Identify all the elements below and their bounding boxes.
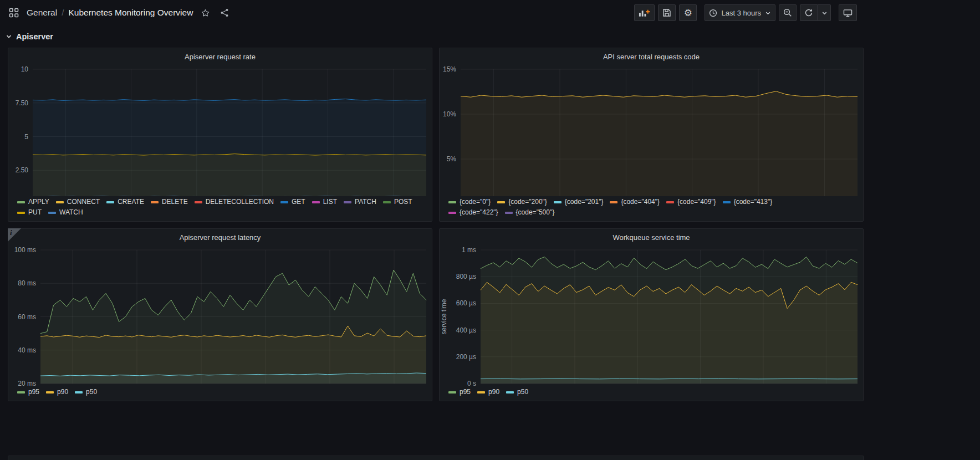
svg-text:20 ms: 20 ms [18,380,36,386]
refresh-interval-dropdown[interactable] [818,4,831,21]
svg-text:0 s: 0 s [467,380,476,386]
legend-series-swatch [46,391,54,393]
panel-title: Apiserver request rate [185,53,256,61]
legend-item[interactable]: GET [280,197,305,207]
panel-header[interactable]: Apiserver request latency [8,229,432,246]
legend-item[interactable]: p50 [506,387,528,397]
svg-text:service time: service time [440,299,448,334]
share-dashboard-button[interactable] [218,6,231,19]
svg-text:2.50: 2.50 [16,166,29,174]
legend-item[interactable]: p90 [46,387,68,397]
legend-series-swatch [506,391,514,393]
legend-series-swatch [448,212,456,214]
chart-apiserver-request-latency[interactable]: 20 ms40 ms60 ms80 ms100 ms18:0018:3019:0… [8,246,432,386]
legend-series-label: {code="201"} [565,197,604,207]
legend-item[interactable]: CREATE [106,197,144,207]
legend-item[interactable]: p50 [75,387,97,397]
legend-series-label: p90 [57,387,68,397]
legend-item[interactable]: WATCH [48,208,83,217]
row-title: Apiserver [16,32,53,41]
panel-title: Apiserver request latency [180,233,261,242]
panel-header[interactable]: Workqueue service time [440,229,863,246]
legend-item[interactable]: {code="500"} [505,208,555,217]
legend-item[interactable]: p95 [17,387,39,397]
legend-item[interactable]: {code="0"} [448,197,491,207]
breadcrumb-section-link[interactable]: General [27,8,57,18]
legend-item[interactable]: CONNECT [56,197,100,207]
refresh-icon [804,8,813,17]
zoom-out-button[interactable] [779,4,797,21]
time-picker-button[interactable]: Last 3 hours [705,4,775,21]
refresh-split-button [800,4,831,21]
star-icon [201,8,210,18]
legend: {code="0"}{code="200"}{code="201"}{code=… [440,196,797,221]
legend-item[interactable]: PATCH [344,197,376,207]
legend-item[interactable]: {code="404"} [610,197,660,207]
row-header-apiserver[interactable]: Apiserver [6,29,53,44]
legend-series-swatch [448,201,456,203]
legend-series-swatch [477,391,485,393]
panel-header[interactable]: Apiserver request rate [8,48,432,65]
chart-workqueue-service-time[interactable]: 0 s200 µs400 µs600 µs800 µs1 ms18:0018:3… [440,246,863,386]
legend-series-label: {code="404"} [621,197,660,207]
legend-series-label: {code="422"} [460,208,498,217]
star-dashboard-button[interactable] [198,6,212,20]
panel-title: API server total requests code [603,53,700,61]
legend-series-label: APPLY [28,197,49,207]
dashboards-grid-icon[interactable] [7,6,21,20]
legend-series-swatch [195,201,202,203]
panel-info-corner[interactable]: i [8,228,21,242]
legend-series-swatch [344,201,351,203]
legend-series-swatch [280,201,288,203]
legend-item[interactable]: POST [383,197,412,207]
refresh-button[interactable] [800,4,818,21]
grafana-dashboard: General / Kubernetes Monitoring Overview [0,0,980,460]
legend-item[interactable]: LIST [312,197,337,207]
legend-item[interactable]: {code="200"} [497,197,547,207]
legend-item[interactable]: {code="422"} [448,208,498,217]
dashboard-settings-button[interactable]: ⚙ [679,4,697,21]
legend-item[interactable]: APPLY [17,197,49,207]
time-range-label: Last 3 hours [721,9,761,17]
legend-item[interactable]: p95 [448,387,471,397]
legend-series-swatch [448,391,456,393]
legend-series-label: PATCH [355,197,376,207]
legend-series-swatch [312,201,320,203]
legend-item[interactable]: DELETE [151,197,188,207]
panel-workqueue-service-time: Workqueue service time 0 s200 µs400 µs60… [439,228,864,401]
legend-item[interactable]: {code="413"} [723,197,773,207]
legend-series-swatch [48,212,56,214]
legend-item[interactable]: p90 [477,387,499,397]
chart-apiserver-request-rate[interactable]: 02.5057.501018:0018:3019:0019:3020:0020:… [8,65,432,196]
panel-apiserver-request-rate: Apiserver request rate 02.5057.501018:00… [8,48,432,222]
legend-series-label: p50 [86,387,97,397]
legend-series-label: {code="409"} [677,197,716,207]
add-panel-button[interactable] [634,4,655,21]
legend-series-label: {code="200"} [508,197,547,207]
legend-item[interactable]: DELETECOLLECTION [195,197,274,207]
legend-item[interactable]: PUT [17,208,42,217]
legend-series-label: DELETE [162,197,188,207]
navbar-right: ⚙ Last 3 hours [631,4,857,21]
save-dashboard-button[interactable] [658,4,676,21]
legend-item[interactable]: {code="409"} [666,197,716,207]
svg-text:1 ms: 1 ms [462,246,476,254]
legend-item[interactable]: {code="201"} [554,197,604,207]
legend-series-swatch [497,201,505,203]
svg-text:80 ms: 80 ms [18,279,36,287]
legend-series-swatch [554,201,562,203]
gear-icon: ⚙ [684,8,692,18]
save-icon [662,8,671,17]
add-panel-icon [639,8,650,17]
legend-series-label: LIST [323,197,337,207]
svg-text:10%: 10% [443,110,456,118]
panel-header[interactable]: API server total requests code [440,48,863,65]
legend-series-label: GET [292,197,305,207]
grid-icon [9,8,19,18]
legend-series-swatch [666,201,674,203]
legend-series-label: PUT [28,208,42,217]
kiosk-mode-button[interactable] [839,4,857,21]
svg-text:5%: 5% [447,155,457,163]
legend-series-label: p95 [460,387,471,397]
chart-api-server-total-requests-code[interactable]: 0%5%10%15%18:0018:3019:0019:3020:0020:30 [440,65,863,196]
